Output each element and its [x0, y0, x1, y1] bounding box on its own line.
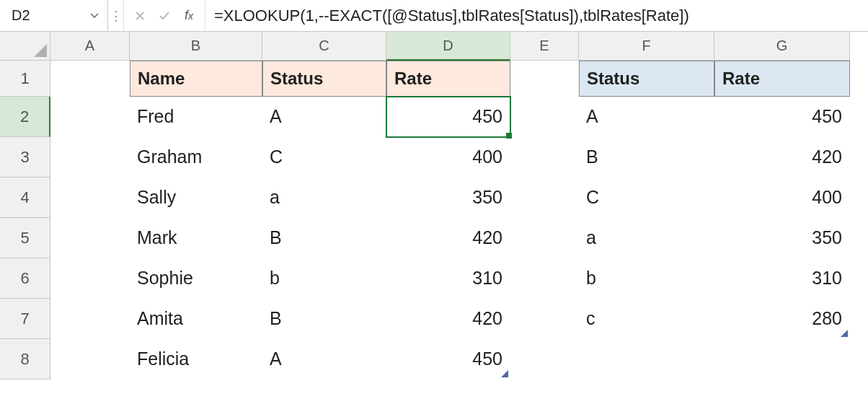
chevron-down-icon[interactable] — [87, 0, 102, 31]
cell-e7[interactable] — [510, 299, 579, 339]
name-box-wrap[interactable]: D2 — [0, 0, 108, 31]
cell-g8[interactable] — [714, 339, 850, 380]
row-head-5[interactable]: 5 — [0, 218, 50, 258]
cell-d3[interactable]: 400 — [386, 137, 510, 177]
cancel-icon[interactable] — [131, 11, 149, 21]
cell-g7[interactable]: 280 — [714, 299, 850, 339]
cell-c3[interactable]: C — [262, 137, 386, 177]
row-head-7[interactable]: 7 — [0, 299, 50, 339]
cell-d5[interactable]: 420 — [386, 218, 510, 258]
cell-a8[interactable] — [50, 339, 130, 380]
cell-f4[interactable]: C — [579, 177, 714, 218]
vertical-dots-icon: ⋮ — [108, 0, 124, 31]
cell-d4[interactable]: 350 — [386, 177, 510, 218]
cell-a3[interactable] — [50, 137, 130, 177]
col-head-a[interactable]: A — [50, 32, 130, 61]
cell-f3[interactable]: B — [579, 137, 714, 177]
cell-b7[interactable]: Amita — [130, 299, 262, 339]
row-head-4[interactable]: 4 — [0, 177, 50, 218]
row-head-8[interactable]: 8 — [0, 339, 50, 380]
cell-e3[interactable] — [510, 137, 579, 177]
cell-a6[interactable] — [50, 258, 130, 299]
cell-e5[interactable] — [510, 218, 579, 258]
cell-a2[interactable] — [50, 97, 130, 137]
col-head-c[interactable]: C — [262, 32, 386, 61]
select-all-corner[interactable] — [0, 32, 50, 61]
cell-a1[interactable] — [50, 61, 130, 97]
col-head-b[interactable]: B — [130, 32, 262, 61]
cell-c5[interactable]: B — [262, 218, 386, 258]
cell-e8[interactable] — [510, 339, 579, 380]
row-head-6[interactable]: 6 — [0, 258, 50, 299]
formula-bar-buttons: fx — [124, 0, 205, 31]
cell-d7[interactable]: 420 — [386, 299, 510, 339]
formula-bar: D2 ⋮ fx =XLOOKUP(1,--EXACT([@Status],tbl… — [0, 0, 868, 32]
cell-f7[interactable]: c — [579, 299, 714, 339]
cell-g4[interactable]: 400 — [714, 177, 850, 218]
cell-d8[interactable]: 450 — [386, 339, 510, 380]
col-head-d[interactable]: D — [386, 32, 510, 61]
cell-c2[interactable]: A — [262, 97, 386, 137]
check-icon[interactable] — [156, 11, 173, 21]
cell-c4[interactable]: a — [262, 177, 386, 218]
table1-header-status[interactable]: Status — [262, 61, 386, 97]
cell-e4[interactable] — [510, 177, 579, 218]
cell-b4[interactable]: Sally — [130, 177, 262, 218]
cell-g5[interactable]: 350 — [714, 218, 850, 258]
col-head-g[interactable]: G — [714, 32, 850, 61]
cell-b5[interactable]: Mark — [130, 218, 262, 258]
table2-header-rate[interactable]: Rate — [714, 61, 850, 97]
cell-f8[interactable] — [579, 339, 714, 380]
spreadsheet-grid[interactable]: A B C D E F G 1 Name Status Rate Status … — [0, 32, 868, 380]
cell-d2[interactable]: 450 — [386, 97, 510, 137]
cell-e6[interactable] — [510, 258, 579, 299]
cell-b8[interactable]: Felicia — [130, 339, 262, 380]
cell-f5[interactable]: a — [579, 218, 714, 258]
cell-e2[interactable] — [510, 97, 579, 137]
fx-icon[interactable]: fx — [180, 8, 198, 23]
cell-f2[interactable]: A — [579, 97, 714, 137]
col-head-e[interactable]: E — [510, 32, 579, 61]
cell-b2[interactable]: Fred — [130, 97, 262, 137]
cell-g6[interactable]: 310 — [714, 258, 850, 299]
cell-a5[interactable] — [50, 218, 130, 258]
cell-a7[interactable] — [50, 299, 130, 339]
cell-e1[interactable] — [510, 61, 579, 97]
cell-c8[interactable]: A — [262, 339, 386, 380]
cell-g2[interactable]: 450 — [714, 97, 850, 137]
cell-f6[interactable]: b — [579, 258, 714, 299]
cell-d6[interactable]: 310 — [386, 258, 510, 299]
cell-b6[interactable]: Sophie — [130, 258, 262, 299]
name-box[interactable]: D2 — [12, 7, 87, 24]
table1-header-rate[interactable]: Rate — [386, 61, 510, 97]
row-head-1[interactable]: 1 — [0, 61, 50, 97]
formula-input[interactable]: =XLOOKUP(1,--EXACT([@Status],tblRates[St… — [205, 0, 868, 31]
table1-header-name[interactable]: Name — [130, 61, 262, 97]
cell-c6[interactable]: b — [262, 258, 386, 299]
row-head-2[interactable]: 2 — [0, 97, 50, 137]
col-head-f[interactable]: F — [579, 32, 714, 61]
cell-c7[interactable]: B — [262, 299, 386, 339]
table2-header-status[interactable]: Status — [579, 61, 714, 97]
cell-b3[interactable]: Graham — [130, 137, 262, 177]
cell-g3[interactable]: 420 — [714, 137, 850, 177]
row-head-3[interactable]: 3 — [0, 137, 50, 177]
cell-a4[interactable] — [50, 177, 130, 218]
